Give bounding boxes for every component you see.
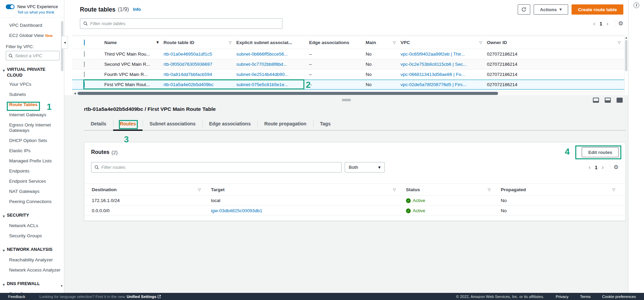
section-security[interactable]: ▼ SECURITY xyxy=(0,207,64,221)
route-table-id-link[interactable]: rtb-0a814dd7bbfacb594 xyxy=(164,72,236,77)
filter-icon[interactable]: ▽ xyxy=(613,187,615,192)
subnet-link[interactable]: subnet-0b666ff5bcce56... xyxy=(236,52,309,57)
gear-icon[interactable]: ⚙ xyxy=(618,21,623,26)
sidebar-item-endpoints[interactable]: Endpoints xyxy=(0,166,64,176)
route-row[interactable]: 172.16.1.0/24 local ✓ Active No xyxy=(84,196,625,206)
igw-link[interactable]: igw-03db4825c00093db1 xyxy=(211,208,406,213)
sidebar-item-your-vpcs[interactable]: Your VPCs xyxy=(0,79,64,89)
filter-routes-search[interactable] xyxy=(91,162,342,173)
filter-icon[interactable]: ▽ xyxy=(198,187,201,192)
sidebar-item-egress-only-internet-gateways[interactable]: Egress Only Internet Gateways xyxy=(0,120,58,136)
tab-subnet-associations[interactable]: Subnet associations xyxy=(143,117,202,130)
table-row[interactable]: Third VPC Main Rou... rtb-01a0e46950a1df… xyxy=(72,49,625,59)
table-row[interactable]: Fourth VPC Main R... rtb-0a814dd7bbfacb5… xyxy=(72,69,625,80)
sidebar-item-internet-gateways[interactable]: Internet Gateways xyxy=(0,110,64,120)
scroll-down-icon[interactable]: ▼ xyxy=(61,285,63,287)
section-dns-firewall[interactable]: ▼ DNS FIREWALL xyxy=(0,275,64,289)
section-network-analysis[interactable]: ▼ NETWORK ANALYSIS xyxy=(0,241,64,255)
terms-link[interactable]: Terms xyxy=(580,295,591,299)
new-vpc-experience-toggle[interactable] xyxy=(6,4,15,9)
tab-tags[interactable]: Tags xyxy=(313,117,338,130)
sidebar-item-elastic-ips[interactable]: Elastic IPs xyxy=(0,146,64,156)
sidebar-item-security-groups[interactable]: Security Groups xyxy=(0,231,64,241)
subnet-link[interactable]: subnet-0e2514b44db90... xyxy=(236,72,309,77)
prev-page-icon[interactable]: ‹ xyxy=(591,20,598,27)
panel-resize-handle[interactable] xyxy=(341,98,351,102)
sidebar-item-ec2-global-view[interactable]: EC2 Global ViewNew xyxy=(0,31,64,41)
panel-layout-split-icon[interactable] xyxy=(605,98,611,103)
sidebar-item-network-acls[interactable]: Network ACLs xyxy=(0,221,64,231)
tab-details[interactable]: Details xyxy=(84,117,113,130)
scroll-up-icon[interactable]: ▲ xyxy=(625,35,628,39)
sidebar-item-vpc-dashboard[interactable]: VPC Dashboard xyxy=(0,20,64,31)
next-page-icon[interactable]: › xyxy=(604,20,611,27)
sidebar-item-reachability-analyzer[interactable]: Reachability Analyzer xyxy=(0,255,64,265)
filter-icon[interactable]: ▽ xyxy=(488,187,491,192)
filter-icon[interactable]: ▽ xyxy=(393,40,396,45)
route-table-id-link[interactable]: rtb-01a5a4e02b5d409bc xyxy=(164,82,236,87)
horizontal-scroll-thumb[interactable] xyxy=(78,92,498,95)
vpc-link[interactable]: vpc-02de5a78f208776d5 | Firs... xyxy=(401,82,487,87)
sidebar-item-rule-groups[interactable]: Rule GroupsNew xyxy=(0,289,64,293)
actions-button[interactable]: Actions▼ xyxy=(534,4,568,15)
subnet-link[interactable]: subnet-0c7702bb8f8bd... xyxy=(236,62,309,67)
sidebar-item-network-access-analyzer[interactable]: Network Access Analyzer xyxy=(0,265,64,275)
page-number[interactable]: 1 xyxy=(593,165,599,170)
tab-routes[interactable]: Routes xyxy=(113,117,143,130)
scroll-left-icon[interactable]: ◀ xyxy=(72,92,78,95)
route-scope-dropdown[interactable]: Both ▼ xyxy=(345,162,385,173)
sidebar-item-route-tables[interactable]: Route Tables xyxy=(0,100,64,110)
filter-icon[interactable]: ▽ xyxy=(393,187,396,192)
sidebar-item-managed-prefix-lists[interactable]: Managed Prefix Lists xyxy=(0,156,64,166)
filter-icon[interactable]: ▽ xyxy=(479,40,482,45)
vpc-link[interactable]: vpc-0c2e753b8c8115cb6 | Sec... xyxy=(401,62,487,67)
row-checkbox[interactable] xyxy=(84,72,85,77)
filter-route-tables-input[interactable] xyxy=(90,21,279,26)
tell-us-link[interactable]: Tell us what you think xyxy=(0,9,64,17)
sidebar-item-peering-connections[interactable]: Peering Connections xyxy=(0,197,64,207)
sidebar-item-dhcp-option-sets[interactable]: DHCP Option Sets xyxy=(0,136,64,146)
select-all-checkbox[interactable] xyxy=(84,40,85,45)
row-checkbox[interactable] xyxy=(84,61,85,67)
feedback-link[interactable]: Feedback xyxy=(8,295,25,299)
sidebar-item-nat-gateways[interactable]: NAT Gateways xyxy=(0,186,64,197)
cookie-preferences-link[interactable]: Cookie preferences xyxy=(602,295,636,299)
sort-desc-icon[interactable]: ▼ xyxy=(156,41,159,44)
create-route-table-button[interactable]: Create route table xyxy=(572,4,623,15)
filter-route-tables-search[interactable] xyxy=(80,18,282,29)
sidebar-item-subnets[interactable]: Subnets xyxy=(0,89,64,100)
panel-layout-full-icon[interactable] xyxy=(617,98,623,103)
gear-icon[interactable]: ⚙ xyxy=(614,164,619,170)
prev-page-icon[interactable]: ‹ xyxy=(586,164,593,171)
route-row[interactable]: 0.0.0.0/0 igw-03db4825c00093db1 ✓ Active… xyxy=(84,206,625,216)
filter-icon[interactable]: ▽ xyxy=(618,40,621,45)
unified-settings-link[interactable]: Unified Settings xyxy=(127,295,161,299)
table-row-selected[interactable]: First VPC Main Rout... rtb-01a5a4e02b5d4… xyxy=(72,80,625,90)
section-virtual-private-cloud[interactable]: ▼ VIRTUAL PRIVATE CLOUD xyxy=(0,61,64,79)
refresh-button[interactable] xyxy=(518,4,530,15)
subnet-link[interactable]: subnet-075e5c81b5e1e... xyxy=(236,82,309,87)
info-icon[interactable]: i xyxy=(634,2,639,8)
info-link[interactable]: Info xyxy=(133,7,141,12)
sidebar-collapse-tab[interactable]: ◀ xyxy=(62,36,68,49)
table-vertical-scrollbar[interactable]: ▲ xyxy=(624,35,628,90)
vpc-link[interactable]: vpc-0c65f9402aa99f2eb | Thir... xyxy=(401,52,487,57)
edit-routes-button[interactable]: Edit routes xyxy=(582,147,619,157)
tab-route-propagation[interactable]: Route propagation xyxy=(257,117,313,130)
table-row[interactable]: Second VPC Main R... rtb-0f050d763059366… xyxy=(72,59,625,69)
table-horizontal-scrollbar[interactable]: ◀ xyxy=(72,91,625,95)
route-table-id-link[interactable]: rtb-0f050d76305936697 xyxy=(164,62,236,67)
next-page-icon[interactable]: › xyxy=(599,164,606,171)
vpc-link[interactable]: vpc-0668113413d56ae86 | Fo... xyxy=(401,72,487,77)
row-checkbox-checked[interactable] xyxy=(84,82,85,87)
privacy-link[interactable]: Privacy xyxy=(556,295,568,299)
vpc-filter-input[interactable] xyxy=(15,53,52,58)
sidebar-scrollbar[interactable] xyxy=(61,21,63,282)
panel-layout-bottom-icon[interactable] xyxy=(593,98,599,103)
filter-icon[interactable]: ▽ xyxy=(229,40,232,45)
route-table-id-link[interactable]: rtb-01a0e46950a1df1c5 xyxy=(164,52,236,57)
tab-edge-associations[interactable]: Edge associations xyxy=(202,117,258,130)
sidebar-item-endpoint-services[interactable]: Endpoint Services xyxy=(0,176,64,186)
page-number[interactable]: 1 xyxy=(598,21,604,26)
vpc-filter-search[interactable] xyxy=(6,51,60,60)
